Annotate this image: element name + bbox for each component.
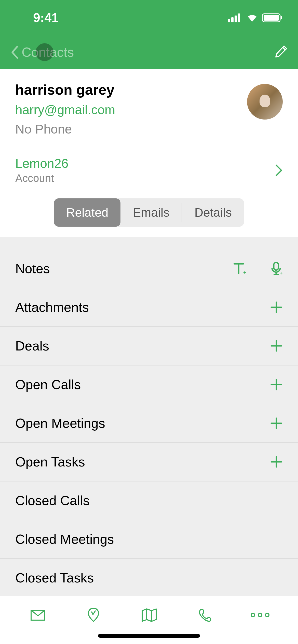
- phone-icon: [198, 608, 212, 622]
- location-button[interactable]: [81, 607, 106, 623]
- account-info: Lemon26 Account: [15, 156, 69, 184]
- map-icon: [141, 608, 157, 622]
- chevron-left-icon: [10, 45, 19, 59]
- list-label: Closed Tasks: [15, 570, 94, 586]
- svg-rect-9: [274, 262, 278, 270]
- list-label: Closed Meetings: [15, 532, 114, 547]
- plus-icon[interactable]: [270, 417, 283, 430]
- avatar[interactable]: [247, 84, 283, 120]
- tab-emails[interactable]: Emails: [120, 198, 182, 227]
- status-time: 9:41: [33, 10, 59, 25]
- pencil-icon: [274, 45, 288, 59]
- list-actions: + +: [233, 262, 283, 276]
- plus-icon[interactable]: [270, 456, 283, 468]
- list-label: Open Calls: [15, 377, 81, 392]
- contact-name: harrison garey: [15, 81, 247, 98]
- plus-icon[interactable]: [270, 340, 283, 352]
- svg-point-27: [258, 613, 262, 617]
- list-label: Notes: [15, 261, 50, 276]
- location-icon: [87, 607, 100, 623]
- more-button[interactable]: [247, 612, 273, 618]
- svg-rect-6: [281, 16, 282, 19]
- svg-rect-3: [238, 13, 240, 22]
- tab-details[interactable]: Details: [182, 198, 244, 227]
- contact-phone: No Phone: [15, 122, 247, 137]
- list-item-closed-calls[interactable]: Closed Calls: [0, 481, 298, 520]
- chevron-right-icon: [275, 164, 283, 177]
- edit-button[interactable]: [274, 45, 288, 60]
- list-item-open-calls[interactable]: Open Calls: [0, 365, 298, 404]
- nav-bar: Contacts: [0, 36, 298, 69]
- status-icons: [228, 13, 283, 23]
- battery-icon: [262, 13, 283, 23]
- list-item-open-tasks[interactable]: Open Tasks: [0, 443, 298, 481]
- svg-text:+: +: [243, 270, 246, 275]
- map-button[interactable]: [136, 608, 162, 622]
- svg-rect-2: [235, 16, 237, 22]
- back-button[interactable]: Contacts: [10, 45, 74, 60]
- svg-point-26: [251, 613, 255, 617]
- list-item-deals[interactable]: Deals: [0, 327, 298, 365]
- plus-icon[interactable]: [270, 301, 283, 314]
- text-add-icon[interactable]: +: [233, 262, 247, 276]
- list-item-attachments[interactable]: Attachments: [0, 288, 298, 327]
- list-label: Open Meetings: [15, 416, 105, 431]
- svg-rect-1: [231, 17, 234, 22]
- list-item-notes[interactable]: Notes + +: [0, 250, 298, 288]
- list-label: Closed Calls: [15, 493, 90, 508]
- mail-button[interactable]: [25, 609, 51, 621]
- microphone-add-icon[interactable]: +: [270, 262, 283, 276]
- signal-icon: [228, 13, 242, 22]
- list-item-closed-meetings[interactable]: Closed Meetings: [0, 520, 298, 559]
- status-bar: 9:41: [0, 0, 298, 36]
- mail-icon: [30, 609, 46, 621]
- list-item-closed-tasks[interactable]: Closed Tasks: [0, 559, 298, 597]
- tabs: Related Emails Details: [54, 198, 244, 227]
- svg-text:+: +: [280, 270, 283, 276]
- svg-line-7: [283, 47, 285, 50]
- contact-email[interactable]: harry@gmail.com: [15, 103, 247, 117]
- list-item-open-meetings[interactable]: Open Meetings: [0, 404, 298, 443]
- list-label: Attachments: [15, 300, 89, 315]
- tabs-container: Related Emails Details: [0, 193, 298, 237]
- list-label: Open Tasks: [15, 454, 85, 470]
- contact-header: harrison garey harry@gmail.com No Phone: [0, 69, 298, 147]
- svg-rect-0: [228, 19, 230, 22]
- more-icon: [250, 612, 270, 618]
- call-button[interactable]: [192, 608, 217, 622]
- list-container: Notes + + Attachments Deals: [0, 237, 298, 597]
- account-row[interactable]: Lemon26 Account: [0, 147, 298, 193]
- wifi-icon: [246, 13, 259, 22]
- home-indicator[interactable]: [98, 634, 200, 638]
- svg-point-28: [265, 613, 269, 617]
- tab-related[interactable]: Related: [54, 198, 120, 227]
- contact-info: harrison garey harry@gmail.com No Phone: [15, 81, 247, 137]
- plus-icon[interactable]: [270, 378, 283, 391]
- svg-rect-5: [264, 15, 279, 21]
- account-name: Lemon26: [15, 156, 69, 171]
- account-label: Account: [15, 172, 69, 184]
- list-label: Deals: [15, 338, 49, 354]
- touch-indicator: [36, 43, 53, 61]
